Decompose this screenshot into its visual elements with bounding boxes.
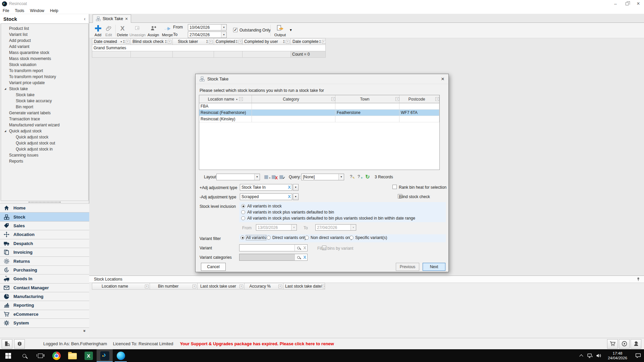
filter-icon[interactable] xyxy=(331,97,335,101)
tab-stock-take[interactable]: Stock Take xyxy=(93,14,131,23)
edit-button[interactable]: Edit xyxy=(103,23,114,38)
sidebar-tree-item[interactable]: Generate variant labels xyxy=(1,110,88,116)
column-header-town[interactable]: Town xyxy=(335,95,399,103)
radio-icon[interactable] xyxy=(350,236,354,240)
sidebar-module[interactable]: Home xyxy=(0,203,89,212)
filter-icon[interactable] xyxy=(239,97,243,101)
sum-icon[interactable] xyxy=(123,40,125,44)
support-expired-link[interactable]: Your Support & Upgrades package has expi… xyxy=(180,341,334,346)
more-modules-icon[interactable] xyxy=(83,330,87,332)
menu-tools[interactable]: Tools xyxy=(15,8,24,13)
sidebar-tree-item[interactable]: Product list xyxy=(1,25,88,32)
refresh-icon[interactable] xyxy=(365,174,370,180)
filter-icon[interactable] xyxy=(286,40,289,44)
filter-icon[interactable] xyxy=(238,40,242,44)
edge-button[interactable] xyxy=(113,349,129,362)
menu-help[interactable]: Help xyxy=(50,8,58,13)
logout-button[interactable] xyxy=(2,339,12,349)
column-header-stock-taker[interactable]: Stock taker xyxy=(173,39,214,45)
sidebar-tree-item[interactable]: Stock valuation xyxy=(1,62,88,68)
adj-minus-field[interactable]: Scrapped xyxy=(240,193,292,200)
clear-icon[interactable] xyxy=(302,245,307,251)
sidebar-tree-item[interactable]: Mass stock movements xyxy=(1,56,88,62)
sidebar-module[interactable]: Reporting xyxy=(0,301,89,309)
clear-icon[interactable] xyxy=(287,184,292,190)
column-header-location-name[interactable]: Location name xyxy=(199,95,252,103)
expand-icon[interactable] xyxy=(4,130,9,132)
chrome-button[interactable] xyxy=(48,349,64,362)
radio-option[interactable]: Non direct variants only xyxy=(305,235,353,240)
cart-button[interactable] xyxy=(607,339,618,349)
adj-minus-dropdown-icon[interactable] xyxy=(293,193,299,200)
sidebar-tree-item[interactable]: To transform report history xyxy=(1,74,88,80)
column-header-last-stock-take-user[interactable]: Last stock take user xyxy=(198,283,245,290)
from-date-dropdown-icon[interactable] xyxy=(221,24,226,30)
network-button[interactable] xyxy=(586,349,594,362)
sum-icon[interactable] xyxy=(206,40,208,44)
clear-icon[interactable] xyxy=(302,254,307,260)
sidebar-module[interactable]: Invoicing xyxy=(0,248,89,256)
sidebar-module[interactable]: Allocation xyxy=(0,230,89,239)
add-button[interactable]: Add xyxy=(93,23,103,38)
sidebar-splitter[interactable] xyxy=(1,200,89,203)
restore-button[interactable] xyxy=(621,0,633,7)
outstanding-only-checkbox[interactable] xyxy=(233,28,237,32)
table-row[interactable]: Resincoat (Kinsley) xyxy=(199,116,439,122)
pin-icon[interactable] xyxy=(636,277,641,282)
info-button[interactable] xyxy=(14,339,25,349)
filter-icon[interactable] xyxy=(323,285,325,288)
sidebar-tree-item[interactable]: Bin report xyxy=(1,104,88,110)
from-date-field[interactable]: 10/04/2026 xyxy=(188,24,227,31)
radio-icon[interactable] xyxy=(267,236,271,240)
file-explorer-button[interactable] xyxy=(64,349,80,362)
table-row[interactable]: FBA xyxy=(199,103,439,110)
rank-bin-heat-checkbox[interactable] xyxy=(392,185,397,189)
hidden-icons-button[interactable] xyxy=(577,349,586,362)
sidebar-module[interactable]: Goods In xyxy=(0,274,89,283)
radio-option[interactable]: All variants in stock xyxy=(241,203,446,209)
sidebar-module[interactable]: Stock xyxy=(0,212,89,221)
new-query-icon[interactable]: ?+ xyxy=(356,174,362,180)
column-header-accuracy[interactable]: Accuracy % xyxy=(245,283,283,290)
output-button[interactable]: Output xyxy=(272,23,288,38)
sum-icon[interactable] xyxy=(319,40,321,44)
column-header-postcode[interactable]: Postcode xyxy=(399,95,439,103)
sidebar-tree-item[interactable]: Add variant xyxy=(1,44,88,50)
start-button[interactable] xyxy=(0,349,16,362)
delete-layout-icon[interactable]: ▦X xyxy=(270,174,277,180)
previous-button[interactable]: Previous xyxy=(396,263,419,271)
sidebar-tree-item[interactable]: Mass quarantine stock xyxy=(1,50,88,56)
column-header-last-stock-take-date[interactable]: Last stock take date/ xyxy=(283,283,325,290)
sidebar-tree-item[interactable]: Add product xyxy=(1,38,88,44)
to-date-field[interactable]: 27/04/2026 xyxy=(188,32,227,38)
collapse-sidebar-icon[interactable] xyxy=(84,16,86,21)
filter-icon[interactable] xyxy=(239,285,243,288)
edit-query-icon[interactable]: ?✎ xyxy=(348,174,354,180)
adj-plus-dropdown-icon[interactable] xyxy=(293,184,299,191)
column-header-category[interactable]: Category xyxy=(252,95,335,103)
sidebar-module[interactable]: Manufacturing xyxy=(0,292,89,301)
layout-dropdown-icon[interactable] xyxy=(254,174,260,180)
sidebar-tree-item[interactable]: Quick adjust stock xyxy=(1,128,88,134)
variant-input[interactable] xyxy=(239,245,294,251)
adj-plus-field[interactable]: Stock Take In xyxy=(240,184,292,191)
radio-option[interactable]: All variants in stock plus variants defa… xyxy=(241,209,446,215)
filter-icon[interactable] xyxy=(395,97,399,101)
sidebar-module[interactable]: eCommerce xyxy=(0,310,89,318)
task-view-button[interactable] xyxy=(32,349,48,362)
filter-icon[interactable] xyxy=(145,285,149,288)
unassign-button[interactable]: Unassign xyxy=(129,23,146,38)
variant-search-field[interactable] xyxy=(239,244,308,251)
sum-icon[interactable] xyxy=(283,40,285,44)
filter-icon[interactable] xyxy=(168,40,171,44)
action-center-button[interactable] xyxy=(632,349,644,362)
radio-option[interactable]: All variants in stock plus variants defa… xyxy=(241,215,446,221)
filter-icon[interactable] xyxy=(126,40,129,44)
to-date-dropdown-icon[interactable] xyxy=(221,32,226,38)
radio-option[interactable]: All variants xyxy=(240,235,266,240)
sidebar-tree-item[interactable]: Variant list xyxy=(1,32,88,38)
sidebar-tree-item[interactable]: Stock take accuracy xyxy=(1,98,88,104)
dialog-close-icon[interactable] xyxy=(441,76,444,82)
layout-combo[interactable] xyxy=(216,174,260,180)
sidebar-tree-item[interactable]: Quick adjust stock out xyxy=(1,140,88,146)
